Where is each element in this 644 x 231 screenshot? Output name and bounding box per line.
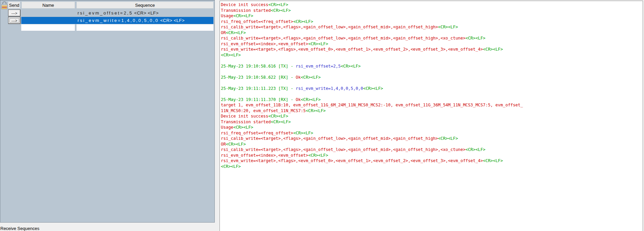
tx-data-text: rsi_evm_offset=2,5 — [296, 64, 341, 69]
control-char-text: <CR><LF> — [268, 2, 288, 7]
padlock-icon-graphic — [1, 1, 8, 10]
control-char-text: <CR><LF> — [221, 164, 241, 169]
rx-data-text: Usage — [221, 125, 233, 130]
control-char-text: 25-May-23 19:11:11.370 [RX] - — [221, 97, 296, 102]
control-char-text: <CR><LF> — [301, 97, 321, 102]
control-char-text: <CR><LF> — [271, 120, 291, 124]
rx-data-text: target 1, evm_offset_11B:10, evm_offset_… — [221, 103, 523, 107]
control-char-text: <CR><LF> — [308, 153, 328, 158]
terminal-output[interactable]: Device init success<CR><LF>Transmission … — [219, 1, 643, 231]
terminal-line: Transmission started<CR><LF> — [221, 8, 643, 14]
control-char-text: <CR><LF> — [301, 75, 321, 80]
send-sequence-button-1[interactable]: ---> — [8, 10, 20, 16]
terminal-line: target 1, evm_offset_11B:10, evm_offset_… — [221, 102, 643, 108]
terminal-line: OR<CR><LF> — [221, 142, 643, 147]
control-char-text: <CR><LF> — [483, 47, 503, 52]
sequence-text: rsi_evm_offset=2,5 — [78, 10, 133, 16]
control-char-text: <CR><LF> — [341, 64, 360, 69]
control-char-text: 25-May-23 19:11:11.223 [TX] - — [221, 86, 296, 91]
terminal-line: rsi_evm_offset=<index>,<evm_offset><CR><… — [221, 41, 643, 47]
sequence-name-cell[interactable] — [21, 9, 75, 17]
terminal-line: Transmission started<CR><LF> — [221, 119, 643, 125]
terminal-line: rsi_evm_write=<target>,<flags>,<evm_offs… — [221, 158, 643, 164]
control-char-text: <CR><LF> — [233, 14, 253, 18]
sequence-row-empty[interactable] — [21, 24, 213, 31]
rx-data-text: Usage — [221, 14, 233, 18]
sequence-value-cell[interactable] — [77, 24, 213, 31]
sequence-control-chars: <CR> <LF> — [159, 18, 185, 23]
rx-data-text: rsi_freq_offset=<freq_offset> — [221, 19, 293, 24]
sequence-name-cell[interactable] — [21, 17, 75, 24]
column-header-name: Name — [22, 2, 75, 8]
control-char-text: <CR><LF> — [438, 136, 458, 141]
lock-icon[interactable] — [1, 1, 8, 10]
terminal-line — [221, 80, 643, 86]
terminal-line: 25-May-23 19:10:58.616 [TX] - rsi_evm_of… — [221, 63, 643, 69]
rx-data-text: Transmission started — [221, 8, 271, 13]
rx-data-text: rsi_calib_write=<target>,<flags>,<gain_o… — [221, 25, 438, 29]
sequence-row[interactable]: rsi_evm_offset=2,5 <CR> <LF> — [21, 9, 213, 17]
control-char-text: <CR><LF> — [271, 8, 291, 13]
rx-data-text: Device init success — [221, 2, 268, 7]
terminal-line: Usage<CR><LF> — [221, 13, 643, 19]
terminal-line — [221, 58, 643, 63]
rx-data-text: rsi_freq_offset=<freq_offset> — [221, 131, 293, 135]
terminal-line: rsi_calib_write=<target>,<flags>,<gain_o… — [221, 24, 643, 30]
control-char-text: <CR><LF> — [268, 114, 288, 119]
terminal-line: Device init success<CR><LF> — [221, 113, 643, 119]
send-sequences-panel: Send Name Sequence ---> ---> rsi_evm_off… — [0, 0, 215, 223]
rx-data-text: OR — [221, 142, 226, 147]
terminal-line: 25-May-23 19:11:11.370 [RX] - Ok<CR><LF> — [221, 97, 643, 103]
column-header-sequence: Sequence — [77, 2, 213, 8]
terminal-line: 25-May-23 19:11:11.223 [TX] - rsi_evm_wr… — [221, 86, 643, 92]
control-char-text: 25-May-23 19:10:58.616 [TX] - — [221, 64, 296, 69]
control-char-text: <CR><LF> — [293, 131, 313, 135]
control-char-text: <CR><LF> — [306, 108, 326, 113]
control-char-text: <CR><LF> — [226, 30, 246, 35]
send-sequence-button-2[interactable]: ---> — [8, 17, 20, 24]
control-char-text: 25-May-23 19:10:58.622 [RX] - — [221, 75, 296, 80]
sequence-name-cell[interactable] — [21, 24, 75, 31]
terminal-line: 25-May-23 19:10:58.622 [RX] - Ok<CR><LF> — [221, 75, 643, 80]
control-char-text: <CR><LF> — [483, 158, 503, 163]
terminal-line: rsi_calib_write=<target>,<flags>,<gain_o… — [221, 136, 643, 142]
terminal-line: rsi_evm_write=<target>,<flags>,<evm_offs… — [221, 47, 643, 52]
rx-data-text: rsi_evm_offset=<index>,<evm_offset> — [221, 42, 308, 46]
control-char-text: <CR><LF> — [308, 42, 328, 46]
rx-data-text: Ok — [296, 97, 301, 102]
rx-data-text: Device init success — [221, 114, 268, 119]
column-header-send: Send — [8, 2, 20, 8]
terminal-line: OR<CR><LF> — [221, 30, 643, 36]
control-char-text: <CR><LF> — [293, 19, 313, 24]
rx-data-text: 11N_MCS0:20, evm_offset_11N_MCS7:5 — [221, 108, 306, 113]
sequence-row[interactable]: rsi_evm_write=1,4,0,0,5,0,0 <CR> <LF> — [21, 17, 213, 24]
rx-data-text: rsi_calib_write=<target>,<flags>,<gain_o… — [221, 147, 466, 152]
control-char-text: <CR><LF> — [233, 125, 253, 130]
receive-sequences-label: Receive Sequences — [0, 226, 39, 231]
terminal-line — [221, 69, 643, 75]
terminal-line: rsi_freq_offset=<freq_offset><CR><LF> — [221, 130, 643, 136]
sequence-control-chars: <CR> <LF> — [133, 10, 159, 16]
terminal-line: <CR><LF> — [221, 52, 643, 58]
rx-data-text: Transmission started — [221, 120, 271, 124]
sequence-value-cell[interactable]: rsi_evm_write=1,4,0,0,5,0,0 <CR> <LF> — [77, 17, 213, 24]
terminal-line: <CR><LF> — [221, 164, 643, 170]
tx-data-text: rsi_evm_write=1,4,0,0,5,0,0 — [296, 86, 363, 91]
terminal-line: rsi_calib_write=<target>,<flags>,<gain_o… — [221, 35, 643, 41]
rx-data-text: rsi_evm_write=<target>,<flags>,<evm_offs… — [221, 47, 483, 52]
sequence-value-cell[interactable]: rsi_evm_offset=2,5 <CR> <LF> — [77, 9, 213, 17]
rx-data-text: rsi_calib_write=<target>,<flags>,<gain_o… — [221, 36, 466, 41]
rx-data-text: rsi_evm_write=<target>,<flags>,<evm_offs… — [221, 158, 483, 163]
terminal-line: rsi_evm_offset=<index>,<evm_offset><CR><… — [221, 153, 643, 158]
terminal-line — [221, 91, 643, 97]
terminal-line: rsi_calib_write=<target>,<flags>,<gain_o… — [221, 147, 643, 153]
control-char-text: <CR><LF> — [466, 147, 486, 152]
rx-data-text: rsi_evm_offset=<index>,<evm_offset> — [221, 153, 308, 158]
sequence-text: rsi_evm_write=1,4,0,0,5,0,0 — [78, 18, 159, 23]
control-char-text: <CR><LF> — [363, 86, 383, 91]
rx-data-text: Ok — [296, 75, 301, 80]
rx-data-text: rsi_calib_write=<target>,<flags>,<gain_o… — [221, 136, 438, 141]
rx-data-text: OR — [221, 30, 226, 35]
terminal-line: rsi_freq_offset=<freq_offset><CR><LF> — [221, 19, 643, 25]
terminal-line: 11N_MCS0:20, evm_offset_11N_MCS7:5<CR><L… — [221, 108, 643, 114]
